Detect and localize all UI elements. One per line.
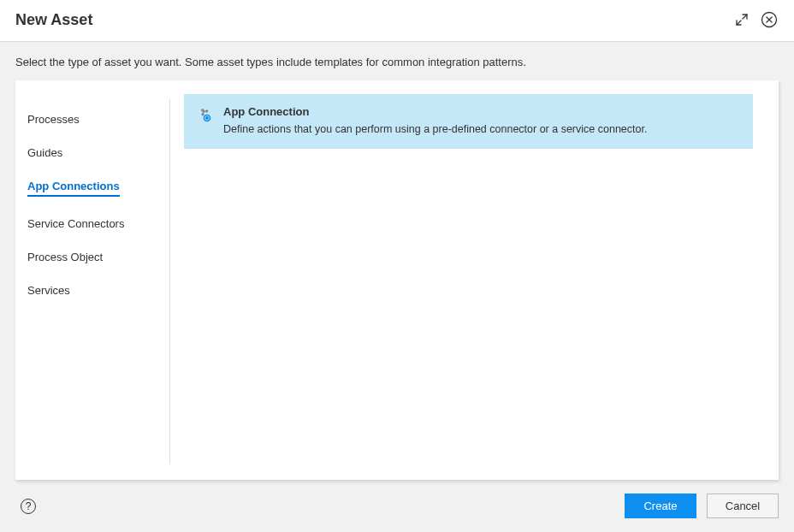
sidebar-item-label: App Connections	[27, 180, 120, 197]
connector-icon	[196, 106, 213, 123]
help-icon[interactable]: ?	[21, 499, 36, 514]
expand-icon[interactable]	[732, 10, 751, 29]
dialog-footer: ? Create Cancel	[15, 480, 779, 525]
asset-type-sidebar: Processes Guides App Connections Service…	[15, 94, 169, 480]
asset-content: App Connection Define actions that you c…	[170, 94, 779, 480]
dialog-header: New Asset	[0, 0, 794, 42]
sidebar-item-services[interactable]: Services	[27, 274, 169, 307]
sidebar-item-processes[interactable]: Processes	[27, 103, 169, 136]
sidebar-item-process-object[interactable]: Process Object	[27, 240, 169, 274]
sidebar-item-label: Process Object	[27, 251, 103, 263]
sidebar-item-label: Service Connectors	[27, 217, 124, 230]
sidebar-item-app-connections[interactable]: App Connections	[27, 169, 169, 207]
sidebar-item-label: Guides	[27, 146, 62, 159]
main-panel: Processes Guides App Connections Service…	[15, 80, 779, 480]
asset-description: Define actions that you can perform usin…	[223, 121, 738, 138]
asset-title: App Connection	[223, 105, 738, 118]
dialog-body: Select the type of asset you want. Some …	[0, 42, 794, 532]
footer-right: Create Cancel	[625, 494, 779, 518]
sidebar-item-guides[interactable]: Guides	[27, 136, 169, 169]
create-button[interactable]: Create	[625, 494, 696, 518]
dialog-title: New Asset	[15, 11, 92, 29]
svg-line-1	[743, 15, 747, 19]
sidebar-item-label: Services	[27, 284, 70, 297]
sidebar-item-service-connectors[interactable]: Service Connectors	[27, 207, 169, 240]
asset-text: App Connection Define actions that you c…	[223, 105, 738, 138]
footer-left: ?	[15, 499, 36, 514]
help-label: ?	[26, 500, 32, 512]
asset-card-app-connection[interactable]: App Connection Define actions that you c…	[184, 94, 753, 149]
dialog-description: Select the type of asset you want. Some …	[15, 56, 779, 68]
cancel-button[interactable]: Cancel	[707, 494, 779, 518]
sidebar-item-label: Processes	[27, 113, 80, 126]
header-controls	[732, 10, 779, 29]
svg-point-6	[206, 117, 208, 119]
close-icon[interactable]	[760, 10, 779, 29]
svg-line-0	[737, 21, 741, 25]
